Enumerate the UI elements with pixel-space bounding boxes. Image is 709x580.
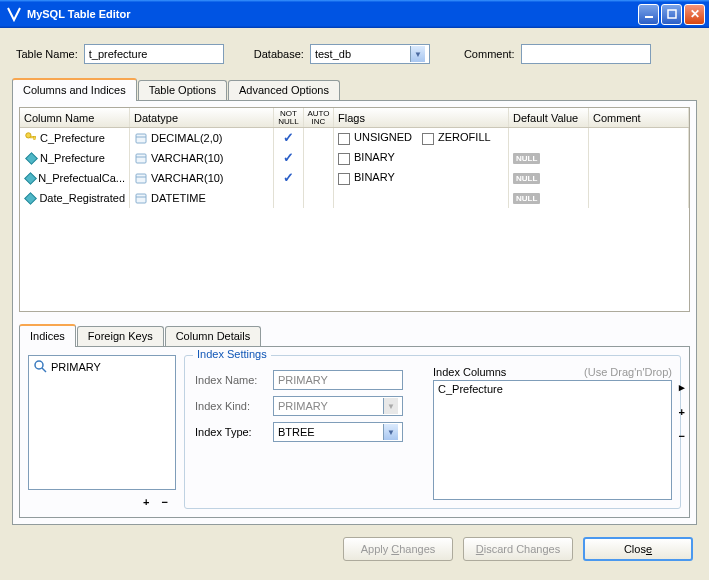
index-type-combo[interactable]: BTREE▼ — [273, 422, 403, 442]
flags-cell[interactable]: UNSIGNEDZEROFILL — [334, 128, 509, 148]
add-col-button[interactable]: + — [679, 406, 685, 418]
flags-cell[interactable]: BINARY — [334, 148, 509, 168]
default-cell[interactable]: NULL — [509, 188, 589, 208]
top-fields: Table Name: Database: test_db▼ Comment: — [16, 44, 693, 64]
svg-line-14 — [42, 368, 46, 372]
index-kind-combo: PRIMARY▼ — [273, 396, 403, 416]
comment-cell[interactable] — [589, 188, 689, 208]
index-columns-panel: Index Columns(Use Drag'n'Drop) C_Prefect… — [433, 366, 672, 500]
auto-inc-cell[interactable] — [304, 148, 334, 168]
tab-column-details[interactable]: Column Details — [165, 326, 262, 346]
index-list[interactable]: PRIMARY — [28, 355, 176, 490]
chevron-down-icon: ▼ — [383, 398, 398, 414]
comment-input[interactable] — [521, 44, 651, 64]
app-icon — [6, 6, 22, 22]
sub-tabstrip: Indices Foreign Keys Column Details — [19, 324, 690, 346]
head-datatype[interactable]: Datatype — [130, 108, 274, 127]
column-icon — [24, 151, 38, 165]
null-badge: NULL — [513, 193, 540, 204]
head-column-name[interactable]: Column Name — [20, 108, 130, 127]
index-kind-label: Index Kind: — [195, 400, 273, 412]
discard-changes-button[interactable]: Discard Changes — [463, 537, 573, 561]
svg-rect-0 — [645, 16, 653, 18]
column-name-cell: N_Prefecture — [40, 152, 105, 164]
move-right-button[interactable]: ▸ — [679, 381, 685, 394]
not-null-cell[interactable]: ✓ — [274, 168, 304, 188]
index-name-label: Index Name: — [195, 374, 273, 386]
tab-indices[interactable]: Indices — [19, 324, 76, 347]
footer-buttons: Apply Changes Discard Changes Close — [12, 537, 697, 561]
table-row[interactable]: Date_RegistratedDATETIMENULL — [20, 188, 689, 208]
svg-point-13 — [35, 361, 43, 369]
list-item[interactable]: PRIMARY — [31, 358, 173, 376]
close-button[interactable]: Close — [583, 537, 693, 561]
svg-rect-9 — [136, 174, 146, 183]
index-columns-list[interactable]: C_Prefecture ▸ + − — [433, 380, 672, 500]
tab-table-options[interactable]: Table Options — [138, 80, 227, 100]
chevron-down-icon: ▼ — [410, 46, 425, 62]
datatype-icon — [134, 131, 148, 145]
index-settings-fieldset: Index Settings Index Name: Index Kind:PR… — [184, 355, 681, 509]
apply-changes-button[interactable]: Apply Changes — [343, 537, 453, 561]
table-row[interactable]: N_PrefectureVARCHAR(10)✓BINARYNULL — [20, 148, 689, 168]
comment-cell[interactable] — [589, 148, 689, 168]
index-type-label: Index Type: — [195, 426, 273, 438]
default-cell[interactable]: NULL — [509, 168, 589, 188]
head-auto-inc[interactable]: AUTOINC — [304, 108, 334, 127]
maximize-button[interactable] — [661, 4, 682, 25]
head-comment[interactable]: Comment — [589, 108, 689, 127]
table-name-label: Table Name: — [16, 48, 78, 60]
flags-cell[interactable] — [334, 188, 509, 208]
indices-panel: PRIMARY + − Index Settings Index Name: I… — [19, 346, 690, 518]
index-name-input — [273, 370, 403, 390]
window-title: MySQL Table Editor — [27, 8, 638, 20]
remove-index-button[interactable]: − — [162, 496, 172, 508]
list-item[interactable]: C_Prefecture — [438, 383, 667, 395]
tab-columns-indices[interactable]: Columns and Indices — [12, 78, 137, 101]
table-row[interactable]: N_PrefectualCa...VARCHAR(10)✓BINARYNULL — [20, 168, 689, 188]
add-index-button[interactable]: + — [143, 496, 153, 508]
close-window-button[interactable]: ✕ — [684, 4, 705, 25]
default-cell[interactable] — [509, 128, 589, 148]
minimize-button[interactable] — [638, 4, 659, 25]
tab-advanced-options[interactable]: Advanced Options — [228, 80, 340, 100]
svg-rect-4 — [34, 136, 36, 140]
default-cell[interactable]: NULL — [509, 148, 589, 168]
not-null-cell[interactable] — [274, 188, 304, 208]
datatype-cell: DECIMAL(2,0) — [151, 132, 223, 144]
comment-cell[interactable] — [589, 168, 689, 188]
chevron-down-icon: ▼ — [383, 424, 398, 440]
svg-rect-7 — [136, 154, 146, 163]
search-icon — [33, 359, 47, 375]
fieldset-legend: Index Settings — [193, 348, 271, 360]
index-list-panel: PRIMARY + − — [28, 355, 176, 509]
not-null-cell[interactable]: ✓ — [274, 128, 304, 148]
datatype-icon — [134, 191, 148, 205]
head-default[interactable]: Default Value — [509, 108, 589, 127]
table-row[interactable]: C_PrefectureDECIMAL(2,0)✓UNSIGNEDZEROFIL… — [20, 128, 689, 148]
columns-grid[interactable]: Column Name Datatype NOTNULL AUTOINC Fla… — [19, 107, 690, 312]
database-label: Database: — [254, 48, 304, 60]
tab-foreign-keys[interactable]: Foreign Keys — [77, 326, 164, 346]
comment-cell[interactable] — [589, 128, 689, 148]
index-name: PRIMARY — [51, 361, 101, 373]
main-tab-panel: Column Name Datatype NOTNULL AUTOINC Fla… — [12, 100, 697, 525]
not-null-cell[interactable]: ✓ — [274, 148, 304, 168]
key-icon — [24, 131, 38, 145]
database-combo[interactable]: test_db▼ — [310, 44, 430, 64]
auto-inc-cell[interactable] — [304, 128, 334, 148]
datatype-cell: VARCHAR(10) — [151, 152, 224, 164]
index-columns-label: Index Columns — [433, 366, 506, 378]
column-name-cell: N_PrefectualCa... — [38, 172, 125, 184]
datatype-cell: DATETIME — [151, 192, 206, 204]
auto-inc-cell[interactable] — [304, 188, 334, 208]
auto-inc-cell[interactable] — [304, 168, 334, 188]
table-name-input[interactable] — [84, 44, 224, 64]
head-not-null[interactable]: NOTNULL — [274, 108, 304, 127]
drag-drop-hint: (Use Drag'n'Drop) — [584, 366, 672, 378]
head-flags[interactable]: Flags — [334, 108, 509, 127]
remove-col-button[interactable]: − — [679, 430, 685, 442]
flags-cell[interactable]: BINARY — [334, 168, 509, 188]
column-icon — [24, 191, 37, 205]
column-name-cell: C_Prefecture — [40, 132, 105, 144]
